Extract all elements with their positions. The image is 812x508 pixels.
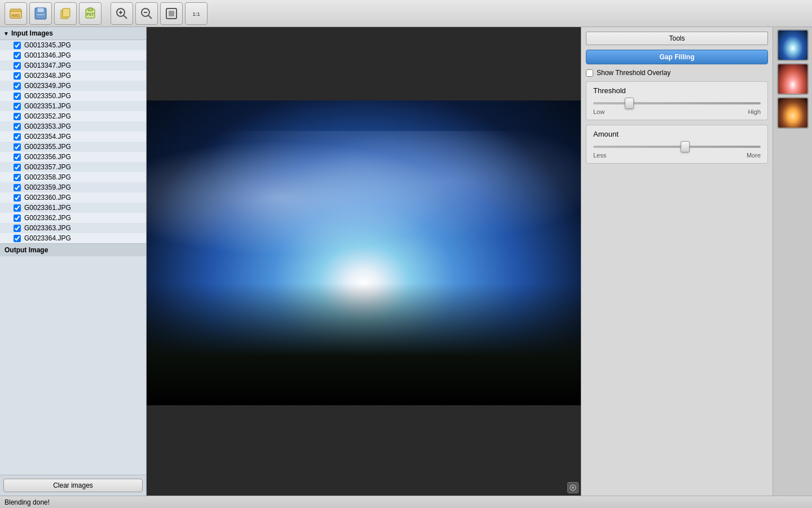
file-item[interactable]: G0023353.JPG	[0, 121, 146, 132]
file-checkbox[interactable]	[14, 194, 21, 202]
thumbnail-panel	[773, 27, 812, 496]
file-checkbox[interactable]	[14, 103, 21, 110]
file-checkbox[interactable]	[14, 184, 21, 191]
svg-point-23	[572, 487, 574, 489]
file-checkbox[interactable]	[14, 133, 21, 141]
thumbnail-2[interactable]	[777, 63, 809, 95]
svg-text:PST: PST	[86, 12, 94, 16]
main-content: ▼ Input Images G0013345.JPGG0013346.JPGG…	[0, 27, 812, 496]
file-checkbox[interactable]	[14, 143, 21, 151]
svg-line-17	[149, 15, 152, 19]
file-name: G0023353.JPG	[24, 122, 71, 130]
file-name: G0023352.JPG	[24, 112, 71, 120]
file-checkbox[interactable]	[14, 82, 21, 90]
file-checkbox[interactable]	[14, 62, 21, 69]
file-name: G0023354.JPG	[24, 133, 71, 141]
file-item[interactable]: G0023361.JPG	[0, 203, 146, 213]
file-checkbox[interactable]	[14, 225, 21, 232]
status-bar: Blending done!	[0, 496, 812, 508]
output-image-label: Output Image	[5, 246, 48, 254]
file-name: G0023348.JPG	[24, 72, 71, 80]
file-item[interactable]: G0023350.JPG	[0, 91, 146, 101]
file-name: G0023362.JPG	[24, 214, 71, 222]
amount-range-labels: Less More	[593, 152, 761, 159]
file-checkbox[interactable]	[14, 164, 21, 171]
file-item[interactable]: G0023352.JPG	[0, 111, 146, 121]
paste-btn[interactable]: PST	[79, 2, 102, 25]
thumbnail-3[interactable]	[777, 97, 809, 129]
input-images-header[interactable]: ▼ Input Images	[0, 27, 146, 40]
threshold-overlay-row: Show Threshold Overlay	[586, 69, 768, 77]
canvas-corner-icon[interactable]	[567, 482, 579, 493]
file-name: G0023356.JPG	[24, 153, 71, 161]
sky-image	[147, 100, 581, 405]
file-name: G0023361.JPG	[24, 204, 71, 212]
right-panel: Tools Gap Filling Show Threshold Overlay…	[581, 27, 773, 496]
file-checkbox[interactable]	[14, 113, 21, 120]
svg-text:1:1: 1:1	[192, 11, 200, 17]
file-checkbox[interactable]	[14, 235, 21, 242]
zoom-out-btn[interactable]	[135, 2, 158, 25]
file-item[interactable]: G0023358.JPG	[0, 172, 146, 182]
file-item[interactable]: G0013347.JPG	[0, 60, 146, 71]
canvas-bottom-bg	[147, 405, 581, 496]
file-item[interactable]: G0023355.JPG	[0, 142, 146, 152]
file-item[interactable]: G0023362.JPG	[0, 213, 146, 223]
file-item[interactable]: G0013345.JPG	[0, 40, 146, 50]
canvas-panel	[147, 27, 581, 496]
status-text: Blending done!	[5, 498, 50, 506]
file-checkbox[interactable]	[14, 123, 21, 130]
file-item[interactable]: G0023364.JPG	[0, 233, 146, 243]
fit-btn[interactable]	[160, 2, 183, 25]
open-images-btn[interactable]: IMG	[5, 2, 27, 25]
amount-slider[interactable]	[593, 146, 761, 148]
file-item[interactable]: G0013346.JPG	[0, 50, 146, 60]
file-item[interactable]: G0023363.JPG	[0, 223, 146, 233]
copy-btn[interactable]	[54, 2, 77, 25]
toolbar: IMG SAVE PST	[0, 0, 812, 27]
file-item[interactable]: G0023357.JPG	[0, 162, 146, 172]
file-checkbox[interactable]	[14, 72, 21, 80]
file-item[interactable]: G0023360.JPG	[0, 192, 146, 203]
file-name: G0023357.JPG	[24, 163, 71, 171]
svg-rect-8	[63, 8, 70, 17]
zoom-in-btn[interactable]	[111, 2, 133, 25]
file-item[interactable]: G0023348.JPG	[0, 71, 146, 81]
file-list-container[interactable]: ▼ Input Images G0013345.JPGG0013346.JPGG…	[0, 27, 146, 475]
amount-group: Amount Less More	[586, 125, 768, 164]
canvas-image-area[interactable]	[147, 100, 581, 405]
file-item[interactable]: G0023351.JPG	[0, 101, 146, 111]
file-checkbox[interactable]	[14, 154, 21, 161]
file-checkbox[interactable]	[14, 214, 21, 222]
gap-filling-button[interactable]: Gap Filling	[586, 50, 768, 64]
file-name: G0023350.JPG	[24, 92, 71, 100]
file-item[interactable]: G0023356.JPG	[0, 152, 146, 162]
show-threshold-checkbox[interactable]	[586, 69, 593, 77]
file-checkbox[interactable]	[14, 174, 21, 181]
threshold-group: Threshold Low High	[586, 81, 768, 120]
file-checkbox[interactable]	[14, 93, 21, 100]
file-checkbox[interactable]	[14, 204, 21, 212]
actual-size-btn[interactable]: 1:1	[185, 2, 208, 25]
clear-images-button[interactable]: Clear images	[3, 479, 143, 492]
show-threshold-label[interactable]: Show Threshold Overlay	[597, 69, 670, 77]
save-image-btn[interactable]: SAVE	[29, 2, 52, 25]
file-name: G0013347.JPG	[24, 62, 71, 69]
thumbnail-1[interactable]	[777, 29, 809, 61]
file-name: G0013346.JPG	[24, 51, 71, 59]
file-item[interactable]: G0023354.JPG	[0, 132, 146, 142]
file-checkbox[interactable]	[14, 42, 21, 49]
thumbnail-sky-3	[778, 98, 807, 128]
file-item[interactable]: G0023349.JPG	[0, 81, 146, 91]
svg-text:IMG: IMG	[11, 13, 20, 18]
file-name: G0023358.JPG	[24, 173, 71, 181]
threshold-slider[interactable]	[593, 102, 761, 104]
file-list: G0013345.JPGG0013346.JPGG0013347.JPGG002…	[0, 40, 146, 243]
file-checkbox[interactable]	[14, 52, 21, 59]
file-name: G0013345.JPG	[24, 41, 71, 49]
svg-rect-20	[169, 11, 174, 16]
threshold-label: Threshold	[593, 86, 761, 95]
input-images-label: Input Images	[11, 29, 53, 37]
file-item[interactable]: G0023359.JPG	[0, 182, 146, 192]
output-image-item[interactable]: Output Image	[0, 243, 146, 256]
